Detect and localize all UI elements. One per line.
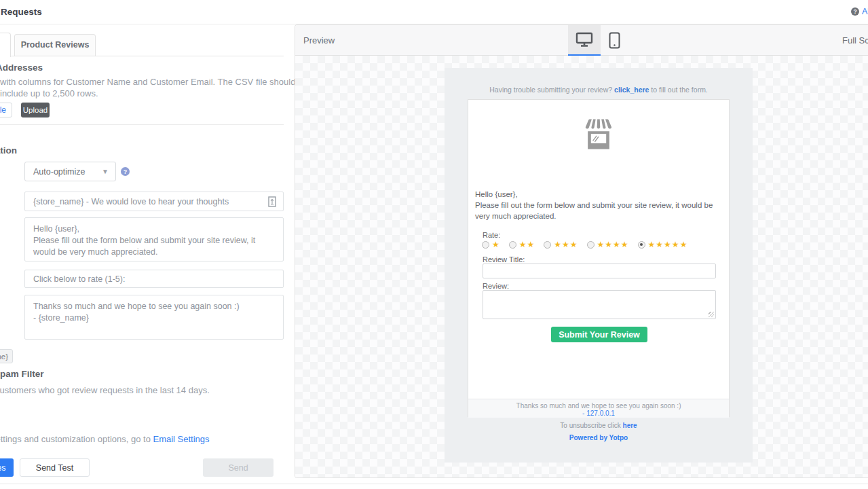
rating-option-1-star[interactable]: ★ <box>482 240 500 249</box>
spam-filter-heading: Spam Filter <box>0 369 44 379</box>
trouble-suffix: to fill out the form. <box>649 86 707 94</box>
preview-header: Preview Full Screen <box>295 25 868 56</box>
email-body-textarea[interactable]: Hello {user}, Please fill out the form b… <box>24 217 284 261</box>
trouble-prefix: Having trouble submitting your review? <box>489 86 614 94</box>
dropdown-value: Auto-optimize <box>33 167 85 177</box>
footer-store-link[interactable]: - 127.0.0.1 <box>582 410 615 417</box>
email-settings-link[interactable]: Email Settings <box>153 434 209 444</box>
storefront-icon <box>580 115 618 154</box>
preview-title: Preview <box>303 25 335 56</box>
footer-thanks: Thanks so much and we hope to see you ag… <box>468 402 729 410</box>
closing-textarea[interactable]: Thanks so much and we hope to see you ag… <box>24 295 284 340</box>
review-requests-page: Requests ? About Product Reviews Address… <box>0 0 868 489</box>
unsubscribe-prefix: To unsubscribe click <box>560 422 622 429</box>
preview-body: Having trouble submitting your review? c… <box>295 56 868 477</box>
review-textarea[interactable] <box>483 290 716 319</box>
addresses-desc-line1: with columns for Customer Name and Custo… <box>0 77 345 87</box>
tablet-icon <box>609 32 620 49</box>
page-title: Requests <box>1 7 42 17</box>
tab-row-divider <box>11 56 284 56</box>
chevron-down-icon: ▼ <box>102 168 109 175</box>
tab-product-reviews[interactable]: Product Reviews <box>14 34 96 56</box>
help-icon[interactable]: ? <box>121 167 130 176</box>
email-version-dropdown[interactable]: Auto-optimize ▼ <box>24 162 116 181</box>
powered-by-yotpo-link[interactable]: Powered by Yotpo <box>445 434 753 441</box>
topbar: Requests ? About <box>0 0 868 24</box>
review-title-input[interactable] <box>483 264 716 278</box>
click-here-link[interactable]: click_here <box>614 86 649 94</box>
resize-handle[interactable] <box>709 312 714 317</box>
sample-button[interactable]: Sample <box>0 103 12 117</box>
spam-filter-desc: customers who got review requests in the… <box>0 385 210 395</box>
radio-2-star[interactable] <box>509 241 516 249</box>
unsubscribe-line: To unsubscribe click here <box>445 422 753 429</box>
radio-1-star[interactable] <box>482 241 489 249</box>
stars-2: ★★ <box>519 240 535 249</box>
send-button[interactable]: Send <box>203 458 273 477</box>
unsubscribe-link[interactable]: here <box>623 422 637 429</box>
rating-option-3-star[interactable]: ★★★ <box>544 240 578 249</box>
settings-note-text: settings and customization options, go t… <box>0 434 153 444</box>
bottom-divider <box>0 484 868 484</box>
email-card: Hello {user}, Please fill out the form b… <box>468 99 730 417</box>
stars-3: ★★★ <box>554 240 578 249</box>
send-test-button[interactable]: Send Test <box>20 458 90 477</box>
insert-variable-icon[interactable] <box>268 196 276 207</box>
review-title-label: Review Title: <box>483 255 525 264</box>
email-footer: Thanks so much and we hope to see you ag… <box>468 399 729 418</box>
radio-3-star[interactable] <box>544 241 551 249</box>
stars-4: ★★★★ <box>597 240 629 249</box>
question-circle-icon: ? <box>851 7 859 16</box>
addresses-heading: Addresses <box>0 62 43 73</box>
email-settings-note: settings and customization options, go t… <box>0 434 210 444</box>
rating-options: ★★★★★★★★★★★★★★★ <box>482 240 687 249</box>
full-screen-button[interactable]: Full Screen <box>842 25 868 56</box>
radio-5-star[interactable] <box>638 241 645 249</box>
subject-input[interactable]: {store_name} - We would love to hear you… <box>24 192 284 211</box>
save-button[interactable]: Save Changes <box>0 458 14 477</box>
customization-heading: Customization <box>0 145 17 156</box>
upload-button[interactable]: Upload <box>21 103 50 117</box>
rate-prompt-text: Click below to rate (1-5): <box>33 274 125 284</box>
rating-option-2-star[interactable]: ★★ <box>509 240 535 249</box>
about-label: About <box>862 7 868 16</box>
submit-review-button[interactable]: Submit Your Review <box>551 327 647 342</box>
section-divider <box>0 124 284 125</box>
subject-text: {store_name} - We would love to hear you… <box>33 197 229 206</box>
addresses-desc-line2: include up to 2,500 rows. <box>0 88 98 98</box>
rate-prompt-input[interactable]: Click below to rate (1-5): <box>24 270 284 288</box>
stars-5: ★★★★★ <box>648 240 688 249</box>
monitor-icon <box>575 32 593 48</box>
store-name-tag-chip[interactable]: {store_name} <box>0 349 13 363</box>
trouble-line: Having trouble submitting your review? c… <box>445 86 753 94</box>
radio-4-star[interactable] <box>587 241 595 249</box>
store-icon-wrap <box>468 115 729 157</box>
tab-active-sliver[interactable] <box>0 33 11 57</box>
email-greeting: Hello {user}, Please fill out the form b… <box>475 189 717 221</box>
mobile-preview-toggle[interactable] <box>601 25 628 56</box>
left-panel: Product Reviews Addresses with columns f… <box>0 25 295 484</box>
rating-option-4-star[interactable]: ★★★★ <box>587 240 629 249</box>
email-preview-container: Having trouble submitting your review? c… <box>445 68 753 463</box>
stars-1: ★ <box>492 240 500 249</box>
rating-option-5-star[interactable]: ★★★★★ <box>638 240 688 249</box>
review-label: Review: <box>483 282 509 290</box>
desktop-preview-toggle[interactable] <box>568 25 601 56</box>
rate-label: Rate: <box>483 231 500 239</box>
about-link[interactable]: ? About <box>851 7 868 16</box>
preview-panel: Preview Full Screen Having trouble submi… <box>295 24 868 478</box>
